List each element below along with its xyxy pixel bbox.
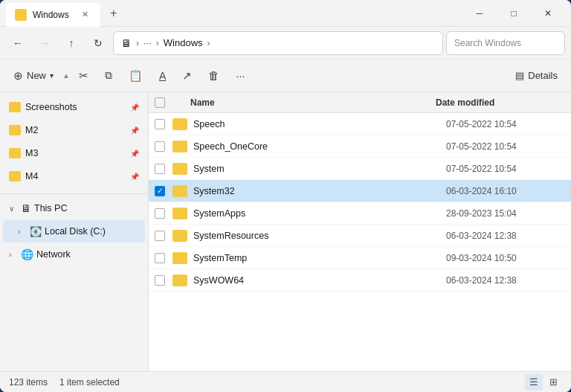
sidebar-item-network[interactable]: › 🌐 Network <box>3 243 145 266</box>
refresh-button[interactable]: ↻ <box>86 31 110 55</box>
search-placeholder: Search Windows <box>454 38 521 48</box>
table-row[interactable]: Speech 07-05-2022 10:54 <box>149 113 571 135</box>
file-list-body[interactable]: Speech 07-05-2022 10:54 Speech_OneCore 0… <box>149 113 571 371</box>
sidebar: Screenshots 📌 M2 📌 M3 📌 M4 📌 ∨ � <box>0 92 149 371</box>
row-check[interactable] <box>155 164 172 174</box>
row-check[interactable] <box>155 141 172 152</box>
table-row[interactable]: SysWOW64 06-03-2024 12:38 <box>149 269 571 292</box>
back-button[interactable]: ← <box>6 31 30 55</box>
table-row[interactable]: SystemApps 28-09-2023 15:04 <box>149 202 571 225</box>
row-check[interactable] <box>155 208 172 219</box>
table-row[interactable]: SystemResources 06-03-2024 12:38 <box>149 225 571 247</box>
share-button[interactable]: ↗ <box>175 65 199 86</box>
more-button[interactable]: ··· <box>228 65 253 86</box>
row-check[interactable] <box>155 231 172 241</box>
file-date: 07-05-2022 10:54 <box>446 119 565 129</box>
path-more[interactable]: ··· <box>143 37 152 48</box>
forward-button[interactable]: → <box>33 31 57 55</box>
explorer-window: Windows ✕ + ─ □ ✕ ← → ↑ ↻ 🖥 › ··· › Wind… <box>0 0 571 392</box>
folder-icon <box>9 102 21 112</box>
table-row[interactable]: ✓ System32 06-03-2024 16:10 <box>149 180 571 202</box>
folder-icon <box>172 118 187 130</box>
file-name: SystemApps <box>193 208 446 219</box>
maximize-button[interactable]: □ <box>497 1 531 25</box>
row-check[interactable] <box>155 275 172 286</box>
new-tab-button[interactable]: + <box>103 3 124 24</box>
table-row[interactable]: System 07-05-2022 10:54 <box>149 158 571 180</box>
path-separator-1: › <box>136 38 139 48</box>
search-box[interactable]: Search Windows <box>446 31 565 55</box>
rename-button[interactable]: A <box>152 66 173 86</box>
path-separator-3: › <box>207 38 210 48</box>
sidebar-label: Screenshots <box>25 102 77 112</box>
details-button[interactable]: ▤ Details <box>508 66 565 85</box>
cut-button[interactable]: ✂ <box>71 65 96 86</box>
navigation-bar: ← → ↑ ↻ 🖥 › ··· › Windows › Search Windo… <box>0 27 571 60</box>
item-count: 123 items <box>9 377 48 388</box>
file-date: 06-03-2024 12:38 <box>446 275 565 286</box>
sidebar-item-screenshots[interactable]: Screenshots 📌 <box>3 96 145 118</box>
monitor-icon: 🖥 <box>121 37 132 49</box>
status-bar: 123 items 1 item selected ☰ ⊞ <box>0 371 571 392</box>
file-date: 06-03-2024 12:38 <box>446 231 565 241</box>
pin-icon: 📌 <box>130 173 139 181</box>
folder-icon <box>9 125 21 135</box>
list-view-button[interactable]: ☰ <box>525 374 543 391</box>
header-checkbox[interactable] <box>155 97 165 108</box>
folder-icon <box>172 163 187 175</box>
folder-icon <box>172 141 187 152</box>
path-segment-windows[interactable]: Windows <box>164 37 203 48</box>
row-check[interactable] <box>155 253 172 263</box>
folder-icon <box>172 230 187 242</box>
tab-title: Windows <box>33 10 69 20</box>
table-row[interactable]: SystemTemp 09-03-2024 10:50 <box>149 247 571 269</box>
up-button[interactable]: ↑ <box>59 31 83 55</box>
delete-button[interactable]: 🗑 <box>201 65 227 86</box>
new-label: New <box>27 70 46 81</box>
copy-button[interactable]: ⧉ <box>97 65 120 86</box>
file-name: SystemTemp <box>193 253 446 263</box>
pc-icon: 🖥 <box>21 202 31 214</box>
share-icon: ↗ <box>182 69 192 83</box>
col-name-header[interactable]: Name <box>172 97 436 108</box>
copy-icon: ⧉ <box>105 69 112 82</box>
expand-arrow-icon: › <box>18 228 27 236</box>
table-row[interactable]: Speech_OneCore 07-05-2022 10:54 <box>149 135 571 158</box>
sidebar-item-local-disk[interactable]: › 💽 Local Disk (C:) <box>3 220 145 242</box>
collapse-indicator: ▲ <box>62 71 70 81</box>
path-separator-2: › <box>156 38 159 48</box>
file-name: System <box>193 164 446 174</box>
sidebar-item-m4[interactable]: M4 📌 <box>3 165 145 187</box>
new-button[interactable]: ⊕ New ▾ <box>6 65 61 86</box>
file-name: Speech_OneCore <box>193 141 446 152</box>
pin-icon: 📌 <box>130 150 139 158</box>
folder-icon <box>9 171 21 181</box>
active-tab[interactable]: Windows ✕ <box>6 3 100 27</box>
sidebar-item-m3[interactable]: M3 📌 <box>3 142 145 164</box>
minimize-button[interactable]: ─ <box>462 1 497 25</box>
col-date-header[interactable]: Date modified <box>436 97 555 108</box>
expand-arrow-icon: › <box>9 251 18 259</box>
paste-button[interactable]: 📋 <box>121 65 150 86</box>
close-button[interactable]: ✕ <box>531 1 565 25</box>
header-check <box>155 97 172 108</box>
row-check[interactable]: ✓ <box>155 186 172 196</box>
paste-icon: 📋 <box>129 69 143 83</box>
row-check[interactable] <box>155 119 172 129</box>
folder-icon <box>172 185 187 197</box>
tab-close-button[interactable]: ✕ <box>80 9 91 21</box>
row-checkbox-checked[interactable]: ✓ <box>155 186 165 196</box>
folder-icon <box>172 208 187 219</box>
selection-info: 1 item selected <box>59 377 120 388</box>
network-label: Network <box>36 249 71 260</box>
sidebar-item-m2[interactable]: M2 📌 <box>3 119 145 141</box>
network-icon: 🌐 <box>21 248 33 260</box>
grid-view-button[interactable]: ⊞ <box>544 374 562 391</box>
address-bar[interactable]: 🖥 › ··· › Windows › <box>113 31 443 55</box>
file-name: SysWOW64 <box>193 275 446 286</box>
sidebar-item-this-pc[interactable]: ∨ 🖥 This PC <box>3 197 145 219</box>
folder-icon <box>172 274 187 286</box>
details-label: Details <box>528 70 558 81</box>
expand-arrow-icon: ∨ <box>9 205 18 213</box>
tab-folder-icon <box>15 9 27 21</box>
